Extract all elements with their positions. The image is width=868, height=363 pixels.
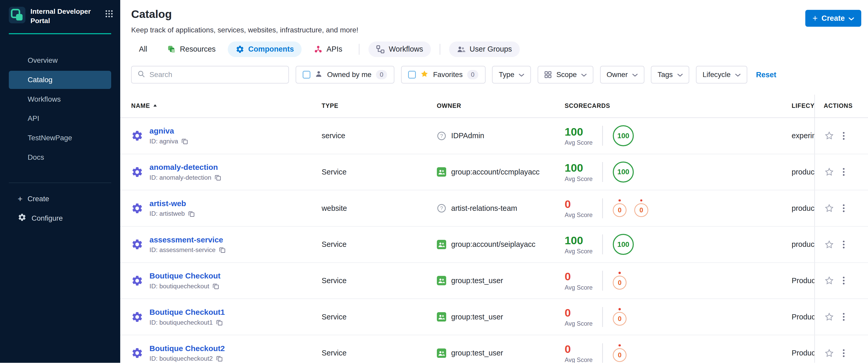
component-name-link[interactable]: anomaly-detection: [150, 163, 221, 172]
lifecycle-cell: produc: [792, 240, 814, 249]
lifecycle-cell: experim: [792, 131, 814, 140]
sidebar-item-workflows[interactable]: Workflows: [9, 90, 111, 108]
owned-by-me-checkbox[interactable]: [303, 71, 310, 79]
favorite-star-icon[interactable]: [824, 312, 834, 322]
component-name-link[interactable]: Boutique Checkout1: [150, 308, 225, 316]
favorites-filter[interactable]: Favorites 0: [401, 66, 486, 84]
owner-cell: ? artist-relations-team: [437, 204, 565, 213]
copy-icon[interactable]: [216, 319, 223, 326]
avg-score-label: Avg Score: [565, 248, 599, 255]
copy-icon[interactable]: [219, 247, 226, 253]
lifecycle-cell: Produc: [792, 276, 814, 285]
copy-icon[interactable]: [213, 283, 219, 290]
group-icon: [437, 276, 446, 285]
create-button-label: Create: [822, 14, 845, 23]
tab-workflows[interactable]: Workflows: [368, 41, 431, 57]
sidebar-item-api[interactable]: API: [9, 110, 111, 127]
component-id-text: ID: boutiquecheckout2: [150, 355, 213, 362]
actions-cell: [814, 190, 868, 226]
column-header-scorecards[interactable]: SCORECARDS: [565, 95, 792, 117]
sidebar-item-catalog[interactable]: Catalog: [9, 71, 111, 89]
kebab-menu-icon[interactable]: [843, 131, 845, 140]
tab-components[interactable]: Components: [228, 41, 302, 57]
favorite-star-icon[interactable]: [824, 348, 834, 358]
actions-cell: [814, 154, 868, 190]
tab-label: APIs: [327, 45, 342, 53]
filter-dropdown-tags[interactable]: Tags: [651, 66, 689, 84]
filter-dropdown-owner[interactable]: Owner: [600, 66, 644, 84]
column-header-owner[interactable]: OWNER: [437, 95, 565, 117]
avg-score-label: Avg Score: [565, 139, 599, 146]
kebab-menu-icon[interactable]: [843, 204, 845, 213]
sidebar-configure-button[interactable]: Configure: [0, 208, 120, 229]
component-name-link[interactable]: Boutique Checkout: [150, 271, 220, 280]
favorite-star-icon[interactable]: [824, 167, 834, 177]
type-cell: website: [321, 204, 437, 213]
component-name-link[interactable]: assessment-service: [150, 236, 226, 244]
component-name-link[interactable]: Boutique Checkout2: [150, 344, 225, 353]
favorites-label: Favorites: [433, 70, 463, 79]
column-header-actions[interactable]: ACTIONS: [814, 95, 868, 117]
filter-dropdown-lifecycle[interactable]: Lifecycle: [696, 66, 747, 84]
avg-score-label: Avg Score: [565, 320, 599, 327]
kebab-menu-icon[interactable]: [843, 312, 845, 321]
avg-score-value: 0: [565, 198, 599, 211]
owned-by-me-filter[interactable]: Owned by me 0: [296, 66, 394, 84]
tab-apis[interactable]: APIs: [306, 41, 350, 57]
column-header-lifecyc[interactable]: LIFECYC: [792, 95, 814, 117]
copy-icon[interactable]: [215, 174, 221, 181]
sidebar-item-testnewpage[interactable]: TestNewPage: [9, 129, 111, 147]
copy-icon[interactable]: [181, 138, 188, 145]
type-cell: Service: [321, 349, 437, 357]
favorite-star-icon[interactable]: [824, 203, 834, 213]
type-cell: Service: [321, 168, 437, 176]
alert-dot: [618, 308, 621, 310]
tab-user-groups[interactable]: User Groups: [449, 41, 520, 57]
column-header-type[interactable]: TYPE: [321, 95, 437, 117]
tab-divider: [440, 44, 440, 55]
copy-icon[interactable]: [216, 355, 223, 362]
column-header-label: NAME: [131, 102, 150, 110]
column-header-label: ACTIONS: [824, 102, 853, 110]
scorecard-score-circle: 0: [613, 312, 626, 326]
component-gear-icon: [131, 238, 143, 250]
kebab-menu-icon[interactable]: [843, 168, 845, 176]
tab-divider: [359, 44, 360, 55]
table-header-row: NAME TYPE OWNER SCORECARDS LIFECYC ACTIO…: [120, 95, 868, 118]
reset-filters-link[interactable]: Reset: [756, 70, 777, 79]
scorecards-cell: 100 Avg Score 100: [565, 154, 792, 190]
kebab-menu-icon[interactable]: [843, 276, 845, 285]
sidebar-item-label: API: [28, 114, 39, 122]
favorite-star-icon[interactable]: [824, 276, 834, 285]
search-input[interactable]: [150, 70, 283, 79]
question-icon: ?: [437, 131, 446, 141]
component-name-link[interactable]: agniva: [150, 126, 188, 135]
sidebar-item-overview[interactable]: Overview: [9, 51, 111, 69]
chevron-down-icon: [735, 70, 741, 79]
sidebar-create-button[interactable]: + Create: [0, 190, 120, 208]
sidebar-item-label: Catalog: [28, 76, 53, 84]
tab-resources[interactable]: Resources: [159, 41, 223, 57]
kebab-menu-icon[interactable]: [843, 240, 845, 249]
favorites-checkbox[interactable]: [408, 71, 416, 79]
create-button[interactable]: + Create: [805, 10, 862, 26]
lifecycle-cell: produc: [792, 204, 814, 213]
name-cell: agniva ID: agniva: [120, 126, 322, 145]
catalog-kind-tabs: All Resources Components APIs Workflows …: [120, 34, 868, 57]
column-header-name[interactable]: NAME: [120, 95, 322, 117]
filter-label: Lifecycle: [703, 70, 731, 79]
resources-icon: [167, 45, 176, 54]
tab-all[interactable]: All: [131, 42, 155, 57]
favorite-star-icon[interactable]: [824, 240, 834, 249]
kebab-menu-icon[interactable]: [843, 349, 845, 358]
favorite-star-icon[interactable]: [824, 131, 834, 141]
tab-label: Components: [248, 45, 294, 53]
component-name-link[interactable]: artist-web: [150, 199, 195, 208]
app-switcher-grid-icon[interactable]: [105, 9, 114, 20]
owner-cell: group:test_user: [437, 276, 565, 285]
copy-icon[interactable]: [188, 211, 195, 217]
sidebar-item-docs[interactable]: Docs: [9, 148, 111, 167]
components-icon: [236, 45, 244, 54]
filter-dropdown-scope[interactable]: Scope: [538, 66, 593, 84]
filter-dropdown-type[interactable]: Type: [492, 66, 531, 84]
